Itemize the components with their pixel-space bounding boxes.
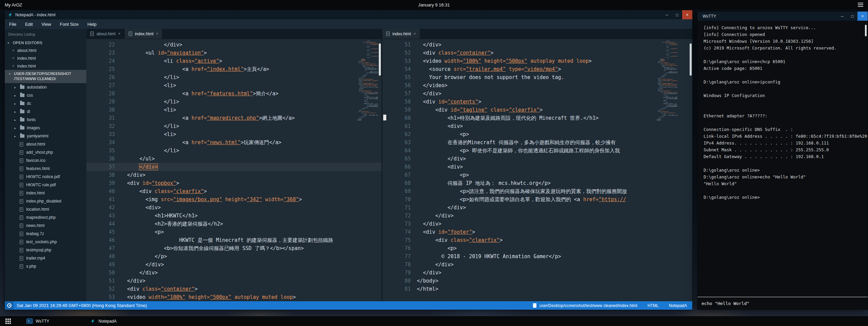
tab-close-icon[interactable]: × — [156, 32, 158, 36]
menu-item-help[interactable]: Help — [83, 22, 101, 27]
open-editor-item[interactable]: ×index.html — [5, 62, 86, 70]
caret-right-icon: ▸ — [14, 118, 18, 122]
tab-close-icon[interactable]: × — [118, 32, 120, 36]
tab-label: about.html — [96, 32, 116, 36]
tree-file-item[interactable]: about.html — [5, 140, 86, 148]
tree-file-item[interactable]: x.php — [5, 262, 86, 270]
tree-file-item[interactable]: HKWTC rule.pdf — [5, 181, 86, 189]
tree-file-item[interactable]: add_vhost.php — [5, 148, 86, 156]
code-line: 63 在香港的Minecraft 伺服器中，多為小遊戲和純生存的伺服器，較少擁有 — [382, 138, 692, 147]
close-button[interactable]: × — [682, 10, 692, 19]
taskbar-item-wstty[interactable]: >_WsTTY — [22, 316, 53, 326]
editor-tab-index.html[interactable]: index.html× — [382, 29, 420, 39]
file-icon — [20, 167, 23, 171]
terminal-scrollbar[interactable] — [865, 22, 867, 295]
terminal-line — [704, 106, 868, 113]
menu-item-file[interactable]: File — [5, 22, 21, 27]
tree-folder-item[interactable]: ▸dc — [5, 99, 86, 108]
terminal-input[interactable]: echo "Hello World" — [697, 297, 868, 309]
code-text: 伺服器 IP 地址為： mcs.hkwtc.org</p> — [417, 179, 692, 187]
notepada-logo-icon — [90, 319, 95, 324]
minimap-left[interactable]: </div> <ul id="navigation"> <li class="a… — [357, 40, 378, 126]
tree-file-item[interactable]: news.html — [5, 222, 86, 230]
tree-folder-item[interactable]: ▸dl — [5, 108, 86, 116]
scrollbar-thumb[interactable] — [379, 43, 381, 76]
tree-folder-item[interactable]: ▸fonts — [5, 116, 86, 124]
tree-folder-item[interactable]: ▸css — [5, 91, 86, 99]
tree-root-item[interactable]: ▾ USER:/DESKTOP/SCREENSHOT /TEST/WWW CLE… — [5, 70, 86, 83]
notepad-titlebar[interactable]: NotepadA - index.html ─ □ × — [5, 10, 692, 19]
code-line: 42 <div> — [86, 204, 382, 212]
tab-close-icon[interactable]: × — [414, 32, 416, 36]
code-text: <h1>HKWTC</h1> — [121, 212, 382, 220]
minimize-button[interactable]: ─ — [837, 12, 847, 21]
maximize-button[interactable]: □ — [847, 12, 857, 21]
editor-tab-about.html[interactable]: about.html× — [86, 29, 125, 39]
terminal-line — [704, 160, 868, 167]
scrollbar-thumb[interactable] — [690, 43, 692, 76]
code-editor-left[interactable]: 22 </div>23 <ul id="navigation">24 <li c… — [86, 39, 382, 301]
code-line: 23 <ul id="navigation"> — [86, 49, 382, 57]
file-name: index.html — [26, 191, 45, 195]
code-line: 54 <source src="trailer.mp4" type="video… — [382, 65, 692, 73]
tree-file-item[interactable]: index.php_disabled — [5, 197, 86, 205]
terminal-line: [info] Connection opened — [704, 31, 868, 38]
terminal-line: Default Gateway . . . . . . . . . : 192.… — [704, 153, 868, 160]
editor-tab-index.html[interactable]: index.html× — [125, 29, 163, 39]
open-editors-label: OPEN EDITORS — [13, 41, 42, 45]
line-number: 77 — [382, 252, 417, 261]
tree-folder-item[interactable]: ▸yamlyamlml — [5, 132, 86, 140]
menu-item-font-size[interactable]: Font Size — [55, 22, 83, 27]
close-file-icon[interactable]: × — [12, 49, 14, 52]
file-icon — [20, 256, 23, 261]
code-editor-right[interactable]: 51 </div>52 <div class="container">53 <v… — [382, 39, 692, 301]
pane-resize-handle[interactable] — [383, 115, 386, 120]
hamburger-menu-icon[interactable] — [858, 3, 863, 7]
tree-file-item[interactable]: HKWTC notice.pdf — [5, 173, 86, 181]
taskbar-item-notepada[interactable]: NotepadA — [86, 316, 121, 326]
open-editors-list: ×about.html×index.html×index.html — [5, 46, 86, 70]
code-line: 53 <video width="100%" height="500px" au… — [382, 57, 692, 65]
tree-file-item[interactable]: test_sockets.php — [5, 238, 86, 246]
code-text: <div id="contents"> — [417, 98, 692, 106]
menu-item-edit[interactable]: Edit — [21, 22, 37, 27]
system-clock: January 9 16:31 — [418, 2, 450, 7]
tree-file-item[interactable]: testmysql.php — [5, 246, 86, 254]
tree-file-item[interactable]: teabag.7z — [5, 230, 86, 238]
maximize-button[interactable]: □ — [672, 10, 682, 19]
code-text: <div id="tagline" class="clearfix"> — [417, 106, 692, 114]
scrollbar-left[interactable] — [378, 39, 382, 301]
wstty-titlebar[interactable]: WsTTY ─ □ × — [697, 12, 868, 21]
tree-file-item[interactable]: index.html — [5, 189, 86, 197]
scrollbar-thumb[interactable] — [865, 25, 867, 36]
code-line: 41 <img src="images/box.png" height="342… — [86, 195, 382, 204]
folder-icon — [20, 102, 24, 105]
close-file-icon[interactable]: × — [12, 64, 14, 68]
tree-file-item[interactable]: location.html — [5, 205, 86, 213]
open-editors-section[interactable]: ▾ OPEN EDITORS — [5, 39, 86, 46]
menu-item-view[interactable]: View — [37, 22, 55, 27]
close-button[interactable]: × — [857, 12, 868, 21]
tree-file-item[interactable]: features.html — [5, 165, 86, 173]
code-line: 67 <p> — [382, 171, 692, 179]
code-text: <ul id="navigation"> — [121, 49, 382, 57]
tree-file-item[interactable]: trailer.mp4 — [5, 254, 86, 262]
tree-file-item[interactable]: favicon.ico — [5, 156, 86, 165]
app-launcher-icon[interactable] — [5, 319, 11, 324]
open-editor-item[interactable]: ×index.html — [5, 54, 86, 62]
file-name: favicon.ico — [26, 158, 46, 163]
minimize-button[interactable]: ─ — [662, 10, 672, 19]
code-line: 43 <h1>HKWTC</h1> — [86, 212, 382, 220]
terminal-output-area[interactable]: [info] Connecting to arozos WsTTY servic… — [697, 21, 868, 297]
code-line: 59 <div id="tagline" class="clearfix"> — [382, 106, 692, 114]
sidebar-header: Directory Listing — [5, 29, 86, 39]
line-number: 71 — [382, 204, 417, 212]
scrollbar-right[interactable] — [689, 39, 692, 301]
tree-folder-item[interactable]: ▸autostation — [5, 83, 86, 91]
open-editor-item[interactable]: ×about.html — [5, 46, 86, 54]
statusbar-language[interactable]: HTML — [648, 303, 659, 308]
tree-folder-item[interactable]: ▸images — [5, 124, 86, 132]
close-file-icon[interactable]: × — [12, 56, 14, 60]
tree-file-item[interactable]: mapredirect.php — [5, 213, 86, 222]
minimap-right[interactable]: </div> <ul id="navigation"> <li class="a… — [656, 40, 677, 126]
